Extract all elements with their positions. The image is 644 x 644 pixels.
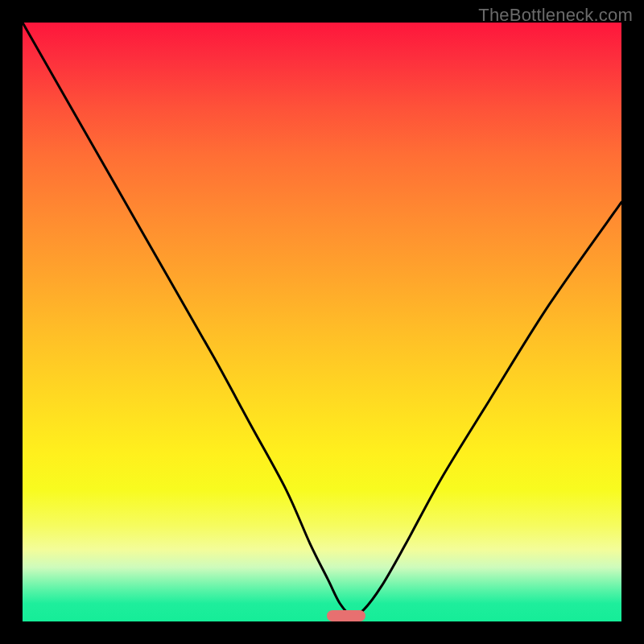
watermark-text: TheBottleneck.com	[478, 5, 633, 26]
optimal-marker	[327, 610, 365, 621]
plot-area	[23, 23, 621, 621]
curve-svg	[23, 23, 621, 621]
chart-frame: TheBottleneck.com	[0, 0, 644, 644]
bottleneck-curve	[23, 23, 621, 616]
